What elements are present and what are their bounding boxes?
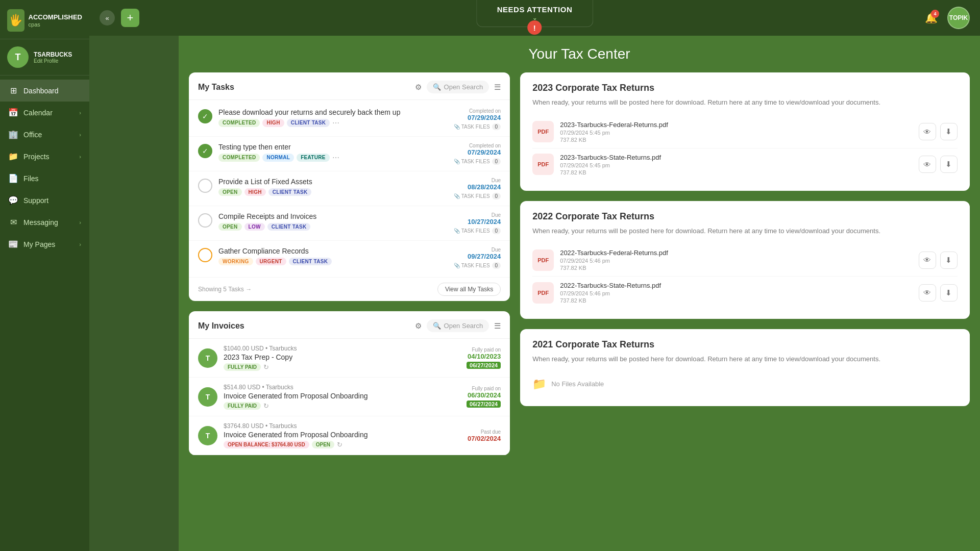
pdf-icon: PDF <box>532 249 554 271</box>
task-tags: WORKING URGENT CLIENT TASK <box>218 258 428 265</box>
download-file-button[interactable]: ⬇ <box>940 284 958 302</box>
messaging-icon: ✉ <box>8 217 18 227</box>
no-files-indicator: 📁 No Files Available <box>532 372 958 396</box>
file-name: 2023-Tsarbucks-State-Returns.pdf <box>560 154 913 161</box>
no-files-label: No Files Available <box>551 380 604 388</box>
task-meta: Completed on 07/29/2024 📎 TASK FILES 0 <box>434 143 501 165</box>
invoices-search-bar[interactable]: 🔍 Open Search <box>427 319 489 332</box>
task-files: 📎 TASK FILES 0 <box>434 123 501 130</box>
user-name: TSARBUCKS <box>34 51 82 58</box>
view-file-button[interactable]: 👁 <box>919 252 936 269</box>
task-files-count: 0 <box>492 228 501 234</box>
refresh-icon[interactable]: ↻ <box>263 402 269 410</box>
topbar: « + NEEDS ATTENTION ⌄ ! 🔔 4 TOPIK <box>89 0 980 36</box>
tag-client-task: CLIENT TASK <box>267 223 311 231</box>
invoice-name: Invoice Generated from Proposal Onboardi… <box>224 431 428 439</box>
sidebar-item-dashboard[interactable]: ⊞ Dashboard <box>0 80 89 102</box>
edit-profile-link[interactable]: Edit Profile <box>34 58 82 64</box>
invoices-sort-icon[interactable]: ☰ <box>494 321 501 331</box>
task-menu-icon[interactable]: ⋯ <box>332 119 339 127</box>
view-file-button[interactable]: 👁 <box>919 156 936 173</box>
download-file-button[interactable]: ⬇ <box>940 123 958 140</box>
user-profile[interactable]: T TSARBUCKS Edit Profile <box>0 39 89 76</box>
task-meta: Due 10/27/2024 📎 TASK FILES 0 <box>434 212 501 234</box>
collapse-sidebar-button[interactable]: « <box>100 10 115 26</box>
tag-completed: COMPLETED <box>218 154 260 162</box>
sidebar-item-files[interactable]: 📄 Files <box>0 167 89 189</box>
tag-completed: COMPLETED <box>218 119 260 127</box>
task-working-check[interactable] <box>198 248 212 262</box>
task-menu-icon[interactable]: ⋯ <box>332 154 339 162</box>
tasks-search-placeholder: Open Search <box>444 83 483 91</box>
refresh-icon[interactable]: ↻ <box>263 363 269 371</box>
add-button[interactable]: + <box>121 9 139 27</box>
pdf-icon: PDF <box>532 121 554 142</box>
notification-badge: 4 <box>931 10 939 18</box>
task-body: Gather Compliance Records WORKING URGENT… <box>218 247 428 265</box>
left-column: My Tasks ⚙ 🔍 Open Search ☰ ✓ Please down… <box>189 72 510 541</box>
task-date-label: Completed on <box>434 143 501 148</box>
invoice-tags: OPEN BALANCE: $3764.80 USD OPEN ↻ <box>224 441 428 448</box>
invoice-avatar: T <box>198 426 217 445</box>
task-date: 10/27/2024 <box>434 218 501 226</box>
logo-sub: cpas <box>29 21 82 28</box>
table-row: Compile Receipts and Invoices OPEN LOW C… <box>189 206 510 241</box>
invoice-avatar: T <box>198 387 217 407</box>
sidebar-item-label: Projects <box>23 153 50 161</box>
download-file-button[interactable]: ⬇ <box>940 252 958 269</box>
logo[interactable]: 🖐 ACCOMPLISHED cpas <box>0 0 89 39</box>
task-open-check[interactable] <box>198 213 212 228</box>
pdf-icon: PDF <box>532 282 554 304</box>
view-file-button[interactable]: 👁 <box>919 284 936 302</box>
file-meta: 07/29/2024 5:45 pm <box>560 130 913 136</box>
task-body: Testing type then enter COMPLETED NORMAL… <box>218 143 428 162</box>
sidebar-item-office[interactable]: 🏢 Office › <box>0 123 89 145</box>
tag-urgent: URGENT <box>256 258 286 265</box>
task-date: 07/29/2024 <box>434 114 501 121</box>
view-all-tasks-button[interactable]: View all My Tasks <box>437 283 501 296</box>
file-name: 2022-Tsarbucks-State-Returns.pdf <box>560 282 913 289</box>
needs-attention-banner[interactable]: NEEDS ATTENTION ⌄ ! <box>476 0 594 27</box>
task-completed-check[interactable]: ✓ <box>198 109 212 123</box>
file-meta: 07/29/2024 5:46 pm <box>560 258 913 264</box>
sidebar-item-support[interactable]: 💬 Support <box>0 189 89 211</box>
tag-client-task: CLIENT TASK <box>268 188 312 196</box>
invoices-search-placeholder: Open Search <box>444 322 483 330</box>
sidebar-item-my-pages[interactable]: 📰 My Pages › <box>0 233 89 255</box>
refresh-icon[interactable]: ↻ <box>337 441 342 448</box>
sidebar-item-projects[interactable]: 📁 Projects › <box>0 145 89 167</box>
tag-working: WORKING <box>218 258 253 265</box>
task-completed-check[interactable]: ✓ <box>198 144 212 158</box>
table-row: Provide a List of Fixed Assets OPEN HIGH… <box>189 171 510 206</box>
task-list: ✓ Please download your returns and secur… <box>189 100 510 277</box>
invoices-filter-icon[interactable]: ⚙ <box>415 321 422 331</box>
inv-date-primary: 07/02/2024 <box>434 435 501 442</box>
showing-count: Showing 5 Tasks → <box>198 286 252 293</box>
exclamation-badge: ! <box>527 20 542 35</box>
tax-return-title: 2021 Corporate Tax Returns <box>532 339 958 350</box>
tag-open: OPEN <box>218 188 242 196</box>
invoice-avatar: T <box>198 348 217 368</box>
task-tags: COMPLETED HIGH CLIENT TASK ⋯ <box>218 119 428 127</box>
tasks-filter-icon[interactable]: ⚙ <box>415 83 422 92</box>
task-files-label: 📎 TASK FILES <box>454 159 490 164</box>
view-file-button[interactable]: 👁 <box>919 123 936 140</box>
sidebar-item-messaging[interactable]: ✉ Messaging › <box>0 211 89 233</box>
tasks-search-bar[interactable]: 🔍 Open Search <box>427 81 489 93</box>
invoice-amount: $3764.80 USD • Tsarbucks <box>224 422 428 430</box>
topbar-user-avatar[interactable]: TOPIK <box>947 7 970 29</box>
task-open-check[interactable] <box>198 179 212 193</box>
notifications-button[interactable]: 🔔 4 <box>922 9 940 27</box>
tax-return-card-2023: 2023 Corporate Tax Returns When ready, y… <box>520 72 970 191</box>
main-content: Your Tax Center My Tasks ⚙ 🔍 Open Search… <box>179 36 980 551</box>
sidebar-item-calendar[interactable]: 📅 Calendar › <box>0 102 89 123</box>
list-item: PDF 2023-Tsarbucks-Federal-Returns.pdf 0… <box>532 116 958 148</box>
tasks-sort-icon[interactable]: ☰ <box>494 83 501 92</box>
invoices-card-header: My Invoices ⚙ 🔍 Open Search ☰ <box>189 311 510 339</box>
download-file-button[interactable]: ⬇ <box>940 156 958 173</box>
invoice-meta: Past due 07/02/2024 <box>434 429 501 442</box>
files-icon: 📄 <box>8 173 18 183</box>
sidebar-item-label: My Pages <box>23 240 55 248</box>
sidebar-item-label: Support <box>23 196 48 205</box>
list-item: PDF 2022-Tsarbucks-State-Returns.pdf 07/… <box>532 277 958 309</box>
